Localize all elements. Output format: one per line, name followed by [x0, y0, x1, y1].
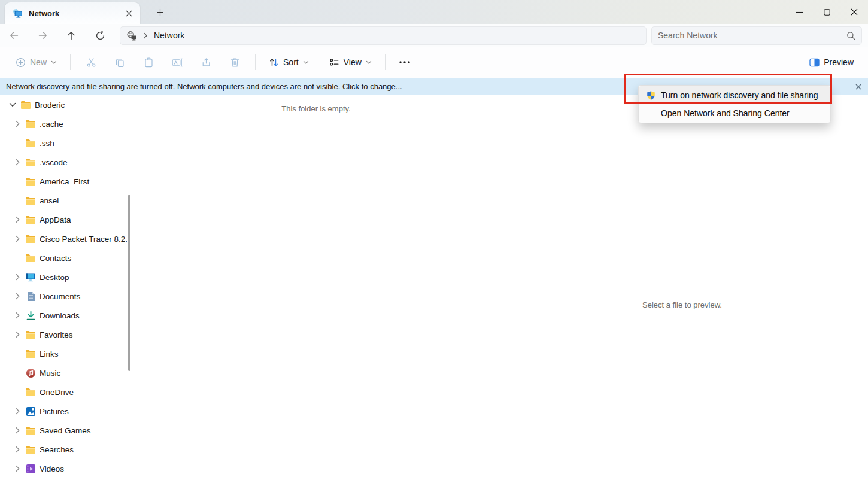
tree-item-label: Saved Games [40, 426, 91, 435]
sidebar-scrollbar[interactable] [128, 195, 130, 371]
refresh-button[interactable] [90, 25, 110, 45]
tree-item-america-first[interactable]: America_First [0, 172, 127, 191]
new-tab-button[interactable] [153, 5, 167, 19]
menu-item-label: Open Network and Sharing Center [661, 108, 790, 118]
network-location-icon [126, 31, 137, 41]
preview-pane-icon [809, 58, 820, 67]
chevron-right-icon[interactable] [11, 462, 24, 475]
navigation-bar: Network [0, 24, 868, 47]
tree-item-label: Contacts [40, 254, 71, 263]
tree-item-label: OneDrive [40, 388, 74, 397]
folder-icon [24, 348, 37, 360]
tree-item-broderic[interactable]: Broderic [0, 95, 127, 114]
tree-item-pictures[interactable]: Pictures [0, 402, 127, 421]
forward-button[interactable] [32, 25, 53, 45]
folder-icon [24, 424, 37, 436]
desktop-icon [24, 271, 37, 283]
chevron-right-icon[interactable] [11, 405, 24, 418]
chevron-right-icon[interactable] [11, 443, 24, 456]
chevron-down-icon[interactable] [6, 98, 19, 111]
tree-item-label: Searches [40, 445, 74, 454]
folder-icon [24, 195, 37, 206]
tree-item-cisco-packet-tracer-8-2-2[interactable]: Cisco Packet Tracer 8.2.2 [0, 229, 127, 248]
chevron-down-icon [303, 60, 309, 65]
back-button[interactable] [4, 25, 24, 45]
new-button[interactable]: New [10, 54, 63, 71]
tree-item-onedrive[interactable]: OneDrive [0, 382, 127, 402]
chevron-placeholder [11, 385, 24, 399]
chevron-right-icon[interactable] [11, 232, 24, 245]
tab-close-icon[interactable] [122, 7, 135, 20]
view-button[interactable]: View [323, 54, 378, 71]
tree-item-links[interactable]: Links [0, 344, 127, 363]
chevron-right-icon[interactable] [11, 213, 24, 226]
tree-item-appdata[interactable]: AppData [0, 210, 127, 229]
search-bar [651, 26, 862, 45]
breadcrumb-location[interactable]: Network [154, 31, 184, 40]
tree-item-desktop[interactable]: Desktop [0, 268, 127, 287]
cut-button[interactable] [78, 51, 104, 73]
tree-item-saved-games[interactable]: Saved Games [0, 421, 127, 440]
music-icon [24, 367, 37, 379]
tree-item--ssh[interactable]: .ssh [0, 133, 127, 153]
menu-item-open-network-and-sharing-center[interactable]: Open Network and Sharing Center [639, 104, 830, 122]
preview-toggle-button[interactable]: Preview [803, 54, 860, 71]
copy-button[interactable] [107, 51, 133, 73]
tree-item-music[interactable]: Music [0, 363, 127, 382]
chevron-placeholder [11, 366, 24, 379]
search-input[interactable] [658, 31, 846, 40]
chevron-right-icon[interactable] [11, 290, 24, 303]
cut-icon [86, 57, 96, 68]
titlebar: Network [0, 0, 868, 24]
explorer-tab[interactable]: Network [5, 2, 140, 24]
tree-item--vscode[interactable]: .vscode [0, 153, 127, 172]
chevron-right-icon[interactable] [11, 309, 24, 322]
toolbar-separator [70, 54, 71, 70]
notification-close-icon[interactable] [852, 81, 864, 93]
address-bar[interactable]: Network [120, 26, 647, 45]
more-options-button[interactable] [393, 51, 417, 73]
rename-button[interactable] [164, 51, 190, 73]
tree-item--cache[interactable]: .cache [0, 114, 127, 133]
chevron-right-icon[interactable] [11, 424, 24, 437]
notification-text[interactable]: Network discovery and file sharing are t… [6, 82, 402, 91]
tree-item-label: .cache [40, 120, 63, 129]
folder-icon [24, 329, 37, 341]
menu-item-turn-on-network-discovery-and-file-sharing[interactable]: Turn on network discovery and file shari… [639, 86, 830, 104]
maximize-button[interactable] [813, 0, 840, 24]
tree-item-label: Cisco Packet Tracer 8.2.2 [40, 235, 127, 244]
paste-button[interactable] [135, 51, 162, 73]
close-button[interactable] [840, 0, 868, 24]
search-icon[interactable] [846, 31, 855, 40]
tree-item-ansel[interactable]: ansel [0, 191, 127, 210]
uac-shield-icon [645, 90, 656, 101]
chevron-right-icon[interactable] [11, 156, 24, 169]
preview-pane: Select a file to preview. [496, 95, 868, 477]
view-button-label: View [344, 57, 362, 67]
tree-item-documents[interactable]: Documents [0, 287, 127, 306]
chevron-right-icon[interactable] [11, 271, 24, 284]
share-button[interactable] [193, 51, 219, 73]
sort-button[interactable]: Sort [263, 54, 315, 71]
menu-item-label: Turn on network discovery and file shari… [661, 90, 818, 100]
tree-item-videos[interactable]: Videos [0, 459, 127, 477]
tree-item-favorites[interactable]: Favorites [0, 325, 127, 344]
folder-icon [24, 214, 37, 226]
chevron-right-icon[interactable] [11, 328, 24, 341]
tree-item-label: Downloads [40, 311, 80, 320]
folder-icon [24, 233, 37, 245]
minimize-button[interactable] [785, 0, 813, 24]
tree-item-downloads[interactable]: Downloads [0, 306, 127, 325]
tree-item-label: Videos [40, 464, 64, 473]
folder-icon [24, 386, 37, 398]
documents-icon [24, 290, 37, 302]
delete-button[interactable] [221, 51, 248, 73]
tree-item-searches[interactable]: Searches [0, 440, 127, 459]
chevron-right-icon[interactable] [11, 117, 24, 130]
view-icon [329, 57, 339, 68]
paste-icon [144, 57, 154, 68]
up-button[interactable] [61, 25, 81, 45]
tree-item-contacts[interactable]: Contacts [0, 248, 127, 268]
downloads-icon [24, 309, 37, 321]
file-list-pane[interactable]: This folder is empty. [136, 95, 496, 477]
